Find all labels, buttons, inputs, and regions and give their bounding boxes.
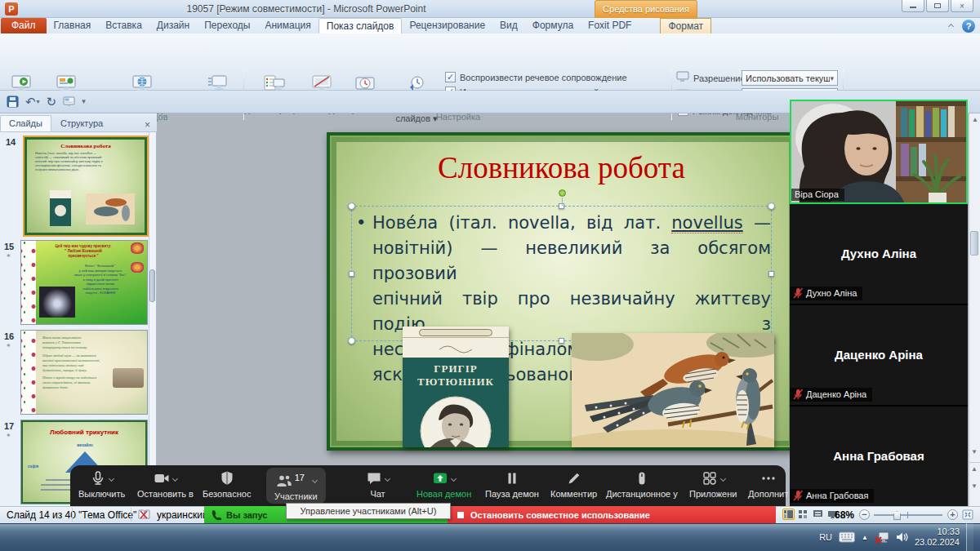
tray-clock[interactable]: 10:33 23.02.2024	[915, 527, 960, 548]
apps-button[interactable]: Приложени	[689, 469, 737, 499]
network-disconnected-icon[interactable]	[875, 531, 889, 544]
tab-slides-thumbnails[interactable]: Слайды	[0, 115, 51, 131]
participant-name: Даценко Аріна	[790, 348, 968, 362]
keyboard-language-indicator[interactable]: RU	[819, 532, 832, 542]
tab-home[interactable]: Главная	[47, 18, 99, 33]
minimize-icon	[910, 7, 916, 8]
stop-video-button[interactable]: Остановить в	[137, 469, 194, 499]
participant-count-badge: 17	[295, 473, 305, 482]
save-button[interactable]	[7, 96, 19, 108]
resize-handle[interactable]	[349, 271, 354, 277]
chevron-down-icon[interactable]	[172, 475, 178, 481]
collapse-ribbon-button[interactable]	[944, 20, 957, 32]
zoom-in-button[interactable]: +	[947, 509, 958, 520]
chevron-down-icon[interactable]	[109, 475, 114, 481]
slide-thumbnail-15[interactable]: Цей твір має чудову присвяту: " Любові В…	[20, 240, 148, 325]
resolution-monitor-icon	[676, 71, 689, 85]
chevron-down-icon[interactable]	[385, 475, 390, 481]
webcam-video	[791, 101, 966, 202]
scroll-down-icon[interactable]: ▼	[969, 446, 980, 458]
next-slide-button[interactable]: ▼	[969, 480, 980, 492]
resize-handle[interactable]	[768, 202, 775, 210]
mute-button[interactable]: Выключить	[78, 469, 125, 499]
redo-button[interactable]: ↻	[47, 96, 57, 108]
remote-control-button[interactable]: Дистанционное у	[606, 469, 678, 499]
remote-mouse-icon	[634, 470, 650, 487]
slides-panel-scrollbar[interactable]	[149, 132, 156, 506]
more-ellipsis-icon	[760, 470, 777, 487]
restore-button[interactable]	[926, 0, 949, 12]
zoom-slider-track[interactable]	[874, 514, 942, 516]
chevron-down-icon[interactable]	[451, 475, 457, 481]
tab-file[interactable]: Файл	[1, 18, 47, 33]
participants-button[interactable]: 17 Участники	[266, 468, 326, 504]
language-indicator[interactable]: украинский	[157, 509, 208, 521]
tab-design[interactable]: Дизайн	[149, 18, 197, 33]
close-button[interactable]: ×	[951, 0, 973, 12]
self-video-tile[interactable]: Віра Сіора	[790, 100, 968, 204]
ribbon-tab-row: Файл Главная Вставка Дизайн Переходы Ани…	[0, 18, 980, 33]
close-panel-icon[interactable]: ×	[145, 121, 150, 129]
hidden-icons-arrow[interactable]: ▲	[862, 534, 868, 541]
more-button[interactable]: Дополнит	[748, 469, 788, 499]
slide-number: 16	[4, 331, 14, 341]
resize-handle[interactable]	[348, 337, 355, 344]
slide-thumbnail-14[interactable]: Словникова робота Нове́ла (італ. novella…	[23, 136, 149, 237]
pause-share-button[interactable]: Пауза демон	[485, 469, 539, 499]
slides-panel-tabs: Слайды Структура ×	[0, 113, 157, 132]
tab-format[interactable]: Формат	[660, 18, 711, 33]
reading-view-button[interactable]	[812, 509, 824, 520]
keyboard-icon[interactable]	[839, 531, 855, 543]
resolution-label: Разрешение:	[693, 73, 748, 83]
slideshow-view-button[interactable]	[63, 96, 75, 107]
slide-sorter-view-button[interactable]	[797, 509, 809, 520]
zoom-gallery-panel: Віра Сіора Духно Аліна Духно Аліна Дацен…	[790, 100, 968, 506]
help-button[interactable]: ?	[962, 20, 975, 33]
tab-outline[interactable]: Структура	[51, 115, 112, 131]
tab-slideshow[interactable]: Показ слайдов	[318, 18, 403, 33]
tab-formula[interactable]: Формула	[525, 18, 581, 33]
tab-animations[interactable]: Анимация	[257, 18, 318, 33]
tab-insert[interactable]: Вставка	[98, 18, 149, 33]
tab-review[interactable]: Рецензирование	[402, 18, 492, 33]
tab-view[interactable]: Вид	[492, 18, 525, 33]
undo-button[interactable]: ↶▾	[25, 96, 40, 108]
slides-panel-scrollbar-thumb[interactable]	[149, 269, 155, 302]
thumb-flower-strip	[21, 241, 36, 325]
share-screen-button[interactable]: Новая демон	[416, 469, 471, 499]
chat-button[interactable]: Чат	[366, 469, 390, 499]
resize-handle[interactable]	[348, 202, 355, 210]
chevron-down-icon[interactable]	[720, 475, 726, 481]
slide-title[interactable]: Словникова робота	[351, 150, 772, 185]
annotate-button[interactable]: Комментир	[550, 469, 597, 499]
scroll-up-icon[interactable]: ▲	[969, 113, 980, 126]
participant-tile[interactable]: Даценко Аріна Даценко Аріна	[790, 305, 968, 405]
rotate-handle[interactable]	[559, 189, 566, 197]
tab-transitions[interactable]: Переходы	[197, 18, 257, 33]
dropdown-arrow-icon: ▾	[82, 96, 86, 108]
qat-customize-button[interactable]: ▾	[82, 96, 86, 108]
hyperlink-novellus[interactable]: novellus	[671, 213, 742, 233]
window-titlebar: P 19057 [Режим совместимости] - Microsof…	[0, 0, 980, 18]
security-button[interactable]: Безопаснос	[203, 469, 251, 499]
zoom-out-button[interactable]: −	[859, 509, 870, 520]
previous-slide-button[interactable]: ▲	[969, 462, 980, 474]
editor-scrollbar-thumb[interactable]	[970, 231, 978, 256]
minimize-button[interactable]	[902, 0, 924, 12]
chevron-down-icon[interactable]	[312, 478, 318, 483]
fit-to-window-button[interactable]	[962, 509, 973, 522]
checkbox-play-narration[interactable]: ✓ Воспроизвести речевое сопровождение	[445, 72, 627, 82]
resolution-dropdown[interactable]: Использовать текуще... ▾	[742, 70, 838, 86]
speaker-icon[interactable]	[896, 531, 908, 543]
tab-foxit[interactable]: Foxit PDF	[581, 18, 639, 33]
participant-tile[interactable]: Духно Аліна Духно Аліна	[790, 204, 968, 304]
stop-sharing-button[interactable]: Остановить совместное использование	[448, 506, 776, 523]
slide-thumbnail-16[interactable]: Вічна тема нещасливого кохання у Г. Тютю…	[20, 330, 148, 415]
dropdown-arrow-icon: ▾	[830, 74, 834, 82]
spellcheck-icon[interactable]	[137, 509, 150, 522]
restore-icon	[934, 3, 941, 8]
participant-tile[interactable]: Анна Грабовая Анна Грабовая	[790, 407, 968, 506]
normal-view-button[interactable]	[782, 509, 795, 520]
zoom-level[interactable]: 68%	[835, 509, 854, 521]
show-desktop-button[interactable]	[966, 523, 973, 551]
